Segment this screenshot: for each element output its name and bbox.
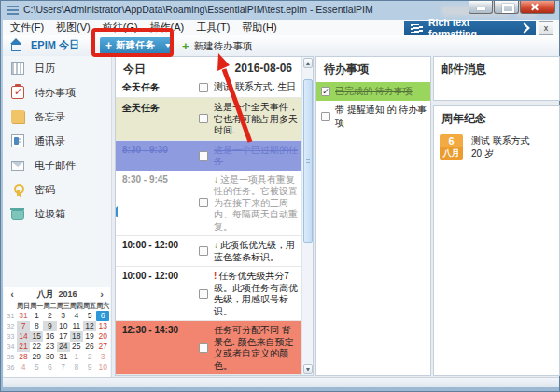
calendar-day[interactable]: 7: [57, 362, 70, 372]
calendar-day[interactable]: 22: [30, 342, 43, 352]
calendar-day[interactable]: 1: [30, 311, 43, 321]
task-row[interactable]: 全天任务测试 联系方式. 生日: [116, 77, 302, 98]
task-row[interactable]: 全天任务这是一个全天事件，它也有可能占用多天时间.: [116, 98, 302, 141]
today-scrollbar[interactable]: [301, 57, 313, 375]
menu-item-0[interactable]: 文件(F): [10, 21, 44, 35]
new-task-button[interactable]: + 新建任务: [100, 37, 172, 54]
calendar-prev-button[interactable]: ‹: [7, 288, 17, 300]
calendar-day[interactable]: 27: [96, 342, 109, 352]
anniversary-item[interactable]: 6 八月 测试 联系方式 20 岁: [434, 131, 559, 164]
calendar-day[interactable]: 6: [43, 362, 56, 372]
todo-item[interactable]: 已完成的 待办事项: [316, 82, 430, 101]
sidebar-item-label: 垃圾箱: [35, 207, 65, 221]
task-text: ↓此项低优先级，用蓝色签条标识。: [214, 236, 302, 266]
chevron-right-icon[interactable]: [519, 22, 529, 33]
sidebar-item[interactable]: 日历: [3, 56, 111, 80]
todo-item[interactable]: 带 提醒通知 的 待办事项: [316, 102, 430, 132]
task-text: !任务优先级共分7级。此项任务有高优先级，用感叹号标识。: [214, 267, 302, 320]
todo-checkbox[interactable]: [321, 112, 330, 121]
calendar-day[interactable]: 8: [30, 321, 43, 331]
menu-item-1[interactable]: 视图(V): [56, 21, 91, 35]
task-checkbox[interactable]: [199, 114, 208, 123]
calendar-day[interactable]: 20: [96, 331, 109, 342]
menu-item-4[interactable]: 工具(T): [196, 21, 230, 35]
calendar-day[interactable]: 1: [70, 352, 83, 362]
calendar-day[interactable]: 9: [83, 362, 96, 372]
sidebar-item-label: 待办事项: [35, 86, 76, 100]
calendar-day[interactable]: 17: [57, 331, 70, 342]
calendar-day[interactable]: 5: [30, 362, 43, 372]
task-checkbox[interactable]: [199, 289, 208, 299]
maximize-button[interactable]: [494, 1, 519, 14]
scroll-down-icon[interactable]: [303, 364, 313, 374]
calendar-day[interactable]: 14: [17, 331, 30, 342]
minimize-button[interactable]: [469, 1, 493, 14]
calendar-day[interactable]: 26: [83, 342, 96, 352]
calendar-next-button[interactable]: ›: [97, 288, 106, 300]
dropdown-caret-icon[interactable]: [165, 44, 171, 48]
task-checkbox[interactable]: [199, 343, 208, 353]
calendar-day[interactable]: 21: [17, 342, 30, 352]
today-date: 2016-08-06: [235, 62, 292, 77]
calendar-day[interactable]: 4: [17, 362, 30, 372]
calendar-day[interactable]: 3: [57, 311, 70, 321]
sidebar-item[interactable]: 垃圾箱: [3, 202, 111, 226]
sidebar-item-epim-today[interactable]: EPIM 今日: [10, 38, 79, 52]
task-checkbox[interactable]: [199, 83, 208, 92]
calendar-day[interactable]: 13: [96, 321, 109, 331]
calendar-day[interactable]: 23: [43, 342, 56, 352]
calendar-day[interactable]: 10: [57, 321, 70, 331]
menu-item-5[interactable]: 帮助(H): [242, 21, 276, 35]
new-task-label: 新建任务: [116, 39, 155, 52]
sidebar-item[interactable]: 电子邮件: [3, 153, 111, 177]
scrollbar-thumb[interactable]: [303, 79, 313, 243]
collapse-sidebar-icon[interactable]: [115, 206, 118, 217]
sidebar-item[interactable]: 备忘录: [3, 105, 111, 129]
task-row[interactable]: 8:30 - 9:45↓这是一项具有重复性的任务。它被设置为在接下来的三周内、每…: [116, 171, 302, 237]
calendar-day[interactable]: 24: [57, 342, 70, 352]
calendar-day[interactable]: 12: [83, 321, 96, 331]
calendar-day[interactable]: 10: [96, 362, 109, 372]
calendar-day[interactable]: 19: [83, 331, 96, 342]
calendar-day[interactable]: 6: [96, 311, 109, 321]
calendar-day[interactable]: 2: [43, 311, 56, 321]
home-icon: [10, 40, 22, 50]
calendar-day[interactable]: 15: [30, 331, 43, 342]
new-todo-button[interactable]: + 新建待办事项: [182, 39, 253, 53]
todo-checkbox[interactable]: [321, 87, 330, 96]
task-row[interactable]: 12:30 - 14:30任务可分配不同 背景色. 颜色来自预定义或者自定义的颜…: [116, 321, 302, 375]
close-button[interactable]: [520, 1, 555, 14]
task-row[interactable]: 10:00 - 12:00!任务优先级共分7级。此项任务有高优先级，用感叹号标识…: [116, 267, 302, 321]
task-checkbox[interactable]: [199, 151, 208, 161]
calendar-day[interactable]: 3: [96, 352, 109, 362]
calendar-day[interactable]: 2: [83, 352, 96, 362]
sidebar-item[interactable]: 待办事项: [3, 80, 111, 105]
task-row[interactable]: 10:00 - 12:00↓此项低优先级，用蓝色签条标识。: [116, 236, 302, 267]
calendar-day[interactable]: 8: [70, 362, 83, 372]
calendar-day[interactable]: 9: [43, 321, 56, 331]
task-checkbox[interactable]: [199, 198, 208, 207]
calendar-day[interactable]: 16: [43, 331, 56, 342]
calendar-day[interactable]: 31: [57, 352, 70, 362]
rich-text-formatting-banner[interactable]: Rich text formatting: [404, 21, 536, 35]
calendar-day[interactable]: 7: [17, 321, 30, 331]
calendar-day[interactable]: 4: [70, 311, 83, 321]
calendar-day[interactable]: 30: [43, 352, 56, 362]
banner-close-button[interactable]: x: [539, 21, 553, 35]
menu-item-2[interactable]: 前往(G): [103, 21, 138, 35]
calendar-day[interactable]: 18: [70, 331, 83, 342]
calendar-day[interactable]: 29: [30, 352, 43, 362]
calendar-day[interactable]: 28: [17, 352, 30, 362]
calendar-day[interactable]: 31: [17, 311, 30, 321]
app-icon: [7, 6, 19, 15]
sidebar-item[interactable]: 密码: [3, 177, 111, 202]
calendar-day[interactable]: 5: [83, 311, 96, 321]
sidebar-item[interactable]: 通讯录: [3, 129, 111, 153]
sidebar-item-label: 备忘录: [35, 110, 65, 124]
calendar-day[interactable]: 11: [70, 321, 83, 331]
task-checkbox[interactable]: [199, 246, 208, 256]
scroll-up-icon[interactable]: [303, 58, 313, 68]
task-row[interactable]: 8:30 - 9:30这是一个已过期的任务: [116, 141, 302, 171]
calendar-day[interactable]: 25: [70, 342, 83, 352]
menu-item-3[interactable]: 操作(A): [150, 21, 185, 35]
